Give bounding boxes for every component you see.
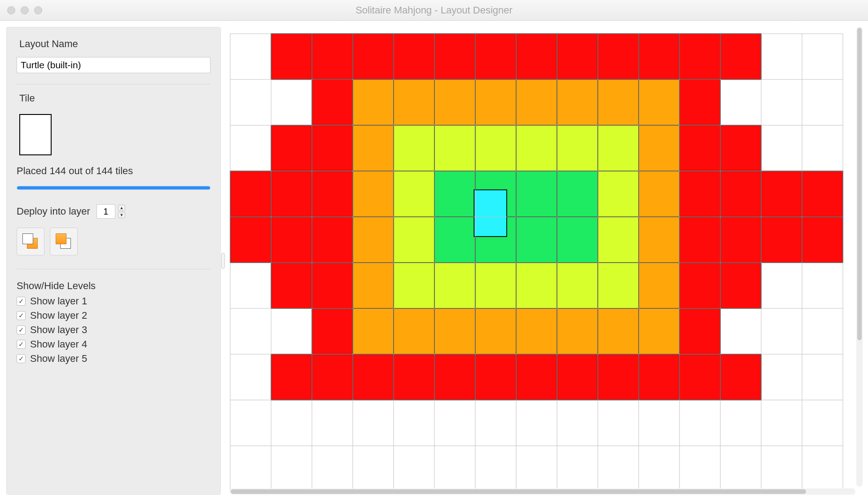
svg-rect-36 bbox=[312, 308, 353, 354]
svg-rect-30 bbox=[761, 217, 802, 263]
svg-rect-0 bbox=[271, 34, 312, 79]
svg-rect-4 bbox=[434, 34, 475, 79]
svg-rect-86 bbox=[475, 263, 516, 308]
zoom-icon[interactable] bbox=[34, 6, 42, 14]
divider bbox=[17, 269, 210, 269]
svg-rect-12 bbox=[312, 79, 353, 125]
svg-rect-55 bbox=[557, 79, 598, 125]
stepper-down-button[interactable]: ▼ bbox=[118, 212, 125, 218]
sidebar: Layout Name Tile Placed 144 out of 144 t… bbox=[6, 27, 221, 495]
placed-status: Placed 144 out of 144 tiles bbox=[17, 165, 210, 177]
layer-checkbox[interactable] bbox=[17, 311, 26, 320]
titlebar: Solitaire Mahjong - Layout Designer bbox=[0, 0, 868, 21]
svg-rect-96 bbox=[516, 217, 557, 263]
stack-front-icon bbox=[22, 233, 39, 250]
svg-rect-57 bbox=[639, 79, 679, 125]
svg-rect-13 bbox=[679, 79, 720, 125]
svg-rect-11 bbox=[720, 34, 761, 79]
svg-rect-72 bbox=[598, 308, 639, 354]
layer-checkbox[interactable] bbox=[17, 354, 26, 363]
layer-label: Show layer 4 bbox=[30, 338, 87, 350]
svg-rect-29 bbox=[720, 217, 761, 263]
app-window: Solitaire Mahjong - Layout Designer Layo… bbox=[0, 0, 868, 501]
svg-rect-73 bbox=[639, 308, 679, 354]
svg-rect-85 bbox=[434, 263, 475, 308]
svg-rect-92 bbox=[516, 171, 557, 217]
svg-rect-22 bbox=[720, 171, 761, 217]
deploy-layer-input[interactable] bbox=[96, 204, 115, 219]
svg-rect-6 bbox=[516, 34, 557, 79]
progress-bar bbox=[17, 186, 210, 190]
layout-name-label: Layout Name bbox=[19, 38, 210, 50]
svg-rect-74 bbox=[394, 125, 434, 171]
svg-rect-5 bbox=[475, 34, 516, 79]
svg-rect-58 bbox=[353, 125, 394, 171]
svg-rect-78 bbox=[557, 125, 598, 171]
tile-preview[interactable] bbox=[19, 114, 52, 155]
deploy-layer-stepper: ▲ ▼ bbox=[96, 204, 125, 219]
svg-rect-88 bbox=[557, 263, 598, 308]
svg-rect-77 bbox=[516, 125, 557, 171]
window-controls bbox=[7, 6, 42, 14]
svg-rect-32 bbox=[271, 263, 312, 308]
pane-splitter[interactable] bbox=[221, 21, 225, 501]
svg-rect-33 bbox=[312, 263, 353, 308]
window-title: Solitaire Mahjong - Layout Designer bbox=[0, 4, 868, 16]
svg-rect-61 bbox=[639, 171, 679, 217]
minimize-icon[interactable] bbox=[21, 6, 29, 14]
stack-back-icon bbox=[56, 233, 72, 250]
svg-rect-68 bbox=[434, 308, 475, 354]
svg-rect-46 bbox=[598, 354, 639, 400]
svg-rect-64 bbox=[353, 263, 394, 308]
svg-rect-48 bbox=[679, 354, 720, 400]
svg-rect-76 bbox=[475, 125, 516, 171]
svg-rect-14 bbox=[271, 125, 312, 171]
layer-toggle-row: Show layer 3 bbox=[17, 324, 210, 336]
svg-rect-94 bbox=[434, 217, 475, 263]
layer-label: Show layer 3 bbox=[30, 324, 87, 336]
svg-rect-17 bbox=[720, 125, 761, 171]
layer-checkbox[interactable] bbox=[17, 340, 26, 349]
horizontal-scrollbar[interactable] bbox=[230, 488, 855, 495]
send-to-back-button[interactable] bbox=[50, 228, 78, 255]
svg-rect-2 bbox=[353, 34, 394, 79]
svg-rect-89 bbox=[598, 263, 639, 308]
layout-name-input[interactable] bbox=[17, 57, 210, 73]
layer-checkbox[interactable] bbox=[17, 325, 26, 334]
deploy-label: Deploy into layer bbox=[17, 206, 90, 217]
bring-to-front-button[interactable] bbox=[17, 228, 44, 255]
svg-rect-67 bbox=[394, 308, 434, 354]
svg-rect-24 bbox=[802, 171, 843, 217]
svg-rect-35 bbox=[720, 263, 761, 308]
svg-rect-56 bbox=[598, 79, 639, 125]
divider bbox=[17, 84, 210, 84]
svg-rect-71 bbox=[557, 308, 598, 354]
layer-label: Show layer 1 bbox=[30, 295, 87, 307]
svg-rect-82 bbox=[394, 217, 434, 263]
svg-rect-65 bbox=[639, 263, 679, 308]
vertical-scrollbar[interactable] bbox=[856, 27, 863, 487]
svg-rect-66 bbox=[353, 308, 394, 354]
svg-rect-70 bbox=[516, 308, 557, 354]
svg-rect-75 bbox=[434, 125, 475, 171]
svg-rect-84 bbox=[394, 263, 434, 308]
layout-grid[interactable] bbox=[230, 33, 843, 492]
scrollbar-thumb[interactable] bbox=[857, 28, 862, 340]
svg-rect-45 bbox=[557, 354, 598, 400]
svg-rect-19 bbox=[271, 171, 312, 217]
close-icon[interactable] bbox=[7, 6, 15, 14]
svg-rect-7 bbox=[557, 34, 598, 79]
stepper-up-button[interactable]: ▲ bbox=[118, 205, 125, 211]
svg-rect-80 bbox=[394, 171, 434, 217]
svg-rect-79 bbox=[598, 125, 639, 171]
svg-rect-25 bbox=[230, 217, 271, 263]
svg-rect-63 bbox=[639, 217, 679, 263]
svg-rect-40 bbox=[353, 354, 394, 400]
svg-rect-10 bbox=[679, 34, 720, 79]
window-body: Layout Name Tile Placed 144 out of 144 t… bbox=[0, 21, 868, 501]
svg-rect-42 bbox=[434, 354, 475, 400]
scrollbar-thumb[interactable] bbox=[231, 489, 806, 494]
svg-rect-15 bbox=[312, 125, 353, 171]
svg-rect-97 bbox=[557, 217, 598, 263]
layer-checkbox[interactable] bbox=[17, 297, 26, 306]
